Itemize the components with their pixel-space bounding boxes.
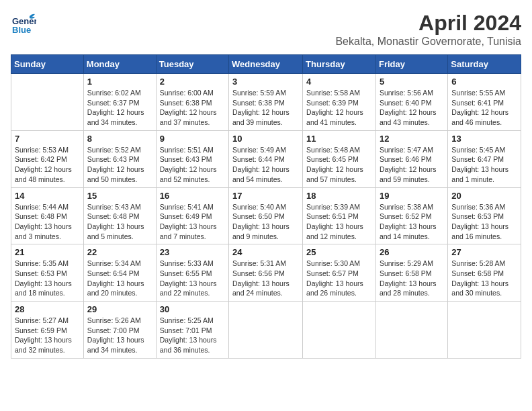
calendar-header: SundayMondayTuesdayWednesdayThursdayFrid… — [11, 55, 521, 74]
calendar-cell: 1Sunrise: 6:02 AM Sunset: 6:37 PM Daylig… — [83, 74, 156, 131]
weekday-row: SundayMondayTuesdayWednesdayThursdayFrid… — [11, 55, 521, 74]
day-info: Sunrise: 5:36 AM Sunset: 6:53 PM Dayligh… — [451, 202, 517, 242]
day-info: Sunrise: 5:48 AM Sunset: 6:45 PM Dayligh… — [306, 145, 372, 185]
calendar-cell: 24Sunrise: 5:31 AM Sunset: 6:56 PM Dayli… — [229, 244, 303, 302]
weekday-header-saturday: Saturday — [448, 55, 521, 74]
calendar-cell: 9Sunrise: 5:51 AM Sunset: 6:43 PM Daylig… — [156, 130, 228, 187]
day-number: 1 — [87, 77, 152, 87]
calendar-cell: 13Sunrise: 5:45 AM Sunset: 6:47 PM Dayli… — [448, 130, 521, 187]
day-number: 22 — [87, 247, 152, 257]
calendar-cell: 8Sunrise: 5:52 AM Sunset: 6:43 PM Daylig… — [83, 130, 156, 187]
calendar-cell — [448, 302, 521, 359]
day-number: 9 — [160, 134, 225, 144]
day-number: 15 — [87, 191, 152, 201]
day-info: Sunrise: 5:44 AM Sunset: 6:48 PM Dayligh… — [15, 202, 80, 242]
calendar-body: 1Sunrise: 6:02 AM Sunset: 6:37 PM Daylig… — [11, 74, 521, 359]
day-number: 14 — [15, 191, 80, 201]
day-number: 17 — [232, 191, 299, 201]
calendar-cell: 14Sunrise: 5:44 AM Sunset: 6:48 PM Dayli… — [11, 187, 84, 244]
day-info: Sunrise: 5:59 AM Sunset: 6:38 PM Dayligh… — [232, 88, 299, 128]
day-info: Sunrise: 5:31 AM Sunset: 6:56 PM Dayligh… — [232, 259, 299, 298]
day-number: 5 — [380, 77, 444, 87]
day-info: Sunrise: 5:58 AM Sunset: 6:39 PM Dayligh… — [306, 88, 372, 128]
day-info: Sunrise: 5:49 AM Sunset: 6:44 PM Dayligh… — [232, 145, 299, 185]
logo: General Blue — [11, 11, 36, 36]
weekday-header-friday: Friday — [375, 55, 447, 74]
day-number: 13 — [451, 134, 517, 144]
calendar-cell — [229, 302, 303, 359]
week-row-1: 1Sunrise: 6:02 AM Sunset: 6:37 PM Daylig… — [11, 74, 521, 131]
day-info: Sunrise: 5:39 AM Sunset: 6:51 PM Dayligh… — [306, 202, 372, 242]
calendar-cell: 19Sunrise: 5:38 AM Sunset: 6:52 PM Dayli… — [375, 187, 447, 244]
week-row-2: 7Sunrise: 5:53 AM Sunset: 6:42 PM Daylig… — [11, 130, 521, 187]
day-info: Sunrise: 5:30 AM Sunset: 6:57 PM Dayligh… — [306, 259, 372, 298]
day-number: 11 — [306, 134, 372, 144]
calendar-cell: 15Sunrise: 5:43 AM Sunset: 6:48 PM Dayli… — [83, 187, 156, 244]
day-number: 19 — [380, 191, 444, 201]
calendar-cell: 18Sunrise: 5:39 AM Sunset: 6:51 PM Dayli… — [303, 187, 376, 244]
weekday-header-tuesday: Tuesday — [156, 55, 228, 74]
day-number: 24 — [232, 247, 299, 257]
day-number: 27 — [451, 247, 517, 257]
calendar-cell: 10Sunrise: 5:49 AM Sunset: 6:44 PM Dayli… — [229, 130, 303, 187]
day-info: Sunrise: 5:28 AM Sunset: 6:58 PM Dayligh… — [451, 259, 517, 298]
day-number: 30 — [160, 304, 225, 314]
day-info: Sunrise: 6:02 AM Sunset: 6:37 PM Dayligh… — [87, 88, 152, 128]
day-number: 3 — [232, 77, 299, 87]
calendar-cell: 7Sunrise: 5:53 AM Sunset: 6:42 PM Daylig… — [11, 130, 84, 187]
page-title: April 2024 — [335, 11, 521, 36]
page-subtitle: Bekalta, Monastir Governorate, Tunisia — [335, 36, 521, 48]
calendar-cell: 17Sunrise: 5:40 AM Sunset: 6:50 PM Dayli… — [229, 187, 303, 244]
calendar-cell: 26Sunrise: 5:29 AM Sunset: 6:58 PM Dayli… — [375, 244, 447, 302]
day-number: 4 — [306, 77, 372, 87]
calendar-cell: 21Sunrise: 5:35 AM Sunset: 6:53 PM Dayli… — [11, 244, 84, 302]
calendar-cell: 20Sunrise: 5:36 AM Sunset: 6:53 PM Dayli… — [448, 187, 521, 244]
calendar-cell: 23Sunrise: 5:33 AM Sunset: 6:55 PM Dayli… — [156, 244, 228, 302]
day-info: Sunrise: 5:51 AM Sunset: 6:43 PM Dayligh… — [160, 145, 225, 185]
day-number: 21 — [15, 247, 80, 257]
day-number: 16 — [160, 191, 225, 201]
svg-text:Blue: Blue — [12, 25, 31, 35]
calendar-cell: 11Sunrise: 5:48 AM Sunset: 6:45 PM Dayli… — [303, 130, 376, 187]
day-info: Sunrise: 5:56 AM Sunset: 6:40 PM Dayligh… — [380, 88, 444, 128]
calendar-cell: 4Sunrise: 5:58 AM Sunset: 6:39 PM Daylig… — [303, 74, 376, 131]
calendar-cell: 25Sunrise: 5:30 AM Sunset: 6:57 PM Dayli… — [303, 244, 376, 302]
day-info: Sunrise: 5:27 AM Sunset: 6:59 PM Dayligh… — [15, 316, 80, 355]
weekday-header-sunday: Sunday — [11, 55, 84, 74]
day-info: Sunrise: 5:45 AM Sunset: 6:47 PM Dayligh… — [451, 145, 517, 185]
day-info: Sunrise: 5:43 AM Sunset: 6:48 PM Dayligh… — [87, 202, 152, 242]
day-number: 8 — [87, 134, 152, 144]
day-info: Sunrise: 5:33 AM Sunset: 6:55 PM Dayligh… — [160, 259, 225, 298]
calendar-cell — [375, 302, 447, 359]
weekday-header-thursday: Thursday — [303, 55, 376, 74]
day-info: Sunrise: 5:38 AM Sunset: 6:52 PM Dayligh… — [380, 202, 444, 242]
day-info: Sunrise: 5:52 AM Sunset: 6:43 PM Dayligh… — [87, 145, 152, 185]
calendar-cell — [11, 74, 84, 131]
calendar-cell: 28Sunrise: 5:27 AM Sunset: 6:59 PM Dayli… — [11, 302, 84, 359]
day-info: Sunrise: 5:25 AM Sunset: 7:01 PM Dayligh… — [160, 316, 225, 355]
week-row-4: 21Sunrise: 5:35 AM Sunset: 6:53 PM Dayli… — [11, 244, 521, 302]
title-area: April 2024 Bekalta, Monastir Governorate… — [335, 11, 521, 48]
calendar-cell: 27Sunrise: 5:28 AM Sunset: 6:58 PM Dayli… — [448, 244, 521, 302]
day-number: 26 — [380, 247, 444, 257]
day-info: Sunrise: 5:29 AM Sunset: 6:58 PM Dayligh… — [380, 259, 444, 298]
calendar-cell: 6Sunrise: 5:55 AM Sunset: 6:41 PM Daylig… — [448, 74, 521, 131]
day-number: 28 — [15, 304, 80, 314]
day-number: 2 — [160, 77, 225, 87]
day-number: 25 — [306, 247, 372, 257]
calendar-cell: 29Sunrise: 5:26 AM Sunset: 7:00 PM Dayli… — [83, 302, 156, 359]
day-number: 12 — [380, 134, 444, 144]
day-info: Sunrise: 5:40 AM Sunset: 6:50 PM Dayligh… — [232, 202, 299, 242]
day-number: 18 — [306, 191, 372, 201]
day-number: 23 — [160, 247, 225, 257]
day-info: Sunrise: 5:55 AM Sunset: 6:41 PM Dayligh… — [451, 88, 517, 128]
day-number: 20 — [451, 191, 517, 201]
page-header: General Blue April 2024 Bekalta, Monasti… — [11, 11, 521, 48]
day-number: 29 — [87, 304, 152, 314]
weekday-header-wednesday: Wednesday — [229, 55, 303, 74]
calendar-table: SundayMondayTuesdayWednesdayThursdayFrid… — [11, 54, 521, 359]
calendar-cell: 3Sunrise: 5:59 AM Sunset: 6:38 PM Daylig… — [229, 74, 303, 131]
day-info: Sunrise: 5:47 AM Sunset: 6:46 PM Dayligh… — [380, 145, 444, 185]
day-info: Sunrise: 5:41 AM Sunset: 6:49 PM Dayligh… — [160, 202, 225, 242]
calendar-cell: 12Sunrise: 5:47 AM Sunset: 6:46 PM Dayli… — [375, 130, 447, 187]
